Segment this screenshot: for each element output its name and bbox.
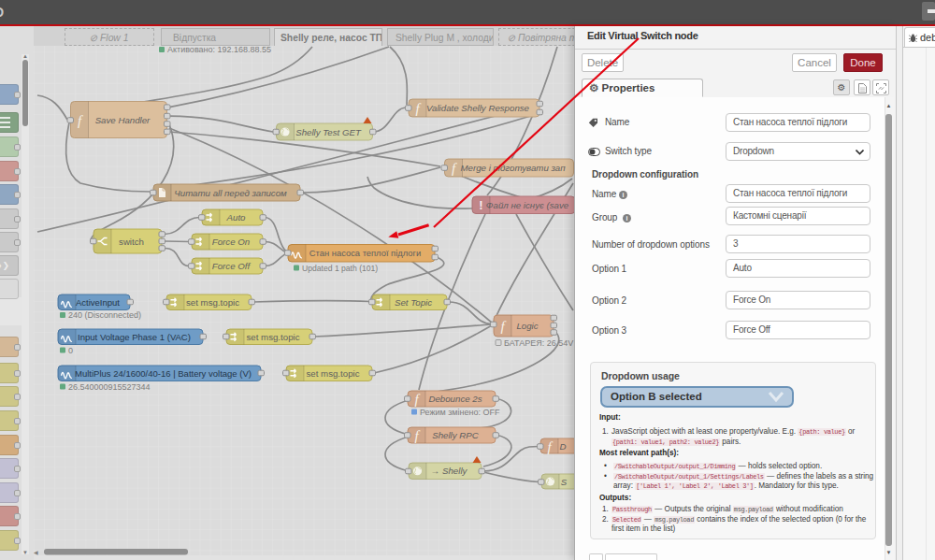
svg-text:БАТАРЕЯ: 26.54V: БАТАРЕЯ: 26.54V xyxy=(504,338,573,348)
svg-text:Force Off: Force Off xyxy=(212,261,252,271)
svg-text:switch: switch xyxy=(119,237,144,247)
svg-text:Merge і підготувати зап: Merge і підготувати зап xyxy=(461,163,567,173)
svg-text:Force On: Force On xyxy=(212,237,250,247)
svg-text:D: D xyxy=(560,441,567,452)
svg-text:S: S xyxy=(561,477,568,487)
svg-text:Updated 1 path (101): Updated 1 path (101) xyxy=(302,264,378,273)
svg-text:Стан насоса теплої підлоги: Стан насоса теплої підлоги xyxy=(309,248,421,258)
svg-text:Читати all перед записом: Читати all перед записом xyxy=(174,188,287,198)
svg-text:Debounce 2s: Debounce 2s xyxy=(428,394,482,404)
svg-text:set msg.topic: set msg.topic xyxy=(186,297,239,308)
svg-text:ActiveInput: ActiveInput xyxy=(76,297,120,308)
svg-text:Файл не існує (save: Файл не існує (save xyxy=(486,200,569,210)
svg-text:Режим змінено: OFF: Режим змінено: OFF xyxy=(420,408,500,417)
svg-text:set msg.topic: set msg.topic xyxy=(246,332,299,342)
svg-text:Активовано: 192.168.88.55: Активовано: 192.168.88.55 xyxy=(167,46,271,54)
svg-text:!: ! xyxy=(479,198,482,212)
svg-text:◀: ◀ xyxy=(34,550,38,555)
svg-text:26.540000915527344: 26.540000915527344 xyxy=(68,382,151,392)
svg-text:MultiPlus 24/1600/40-16 | Batt: MultiPlus 24/1600/40-16 | Battery voltag… xyxy=(75,368,252,379)
svg-text:Shelly RPC: Shelly RPC xyxy=(432,430,480,440)
svg-text:240 (Disconnected): 240 (Disconnected) xyxy=(68,310,141,320)
svg-text:set msg.topic: set msg.topic xyxy=(306,368,359,379)
svg-text:Save Handler: Save Handler xyxy=(95,115,151,125)
svg-text:Logic: Logic xyxy=(516,321,538,331)
svg-text:Validate Shelly Response: Validate Shelly Response xyxy=(426,103,530,113)
svg-text:Set Topic: Set Topic xyxy=(395,297,432,308)
svg-text:Auto: Auto xyxy=(226,212,247,223)
svg-text:Input Voltage Phase 1 (VAC): Input Voltage Phase 1 (VAC) xyxy=(78,332,191,342)
svg-text:0: 0 xyxy=(68,346,73,355)
svg-text:Shelly Test GET: Shelly Test GET xyxy=(295,127,362,137)
svg-text:→ Shelly: → Shelly xyxy=(431,466,468,476)
